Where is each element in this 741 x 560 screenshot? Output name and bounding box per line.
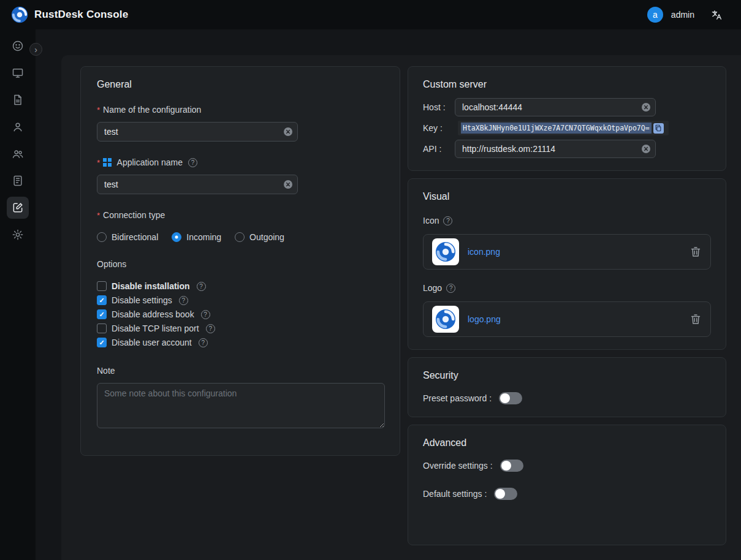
toggle-knob <box>501 461 511 471</box>
preset-password-row: Preset password : <box>423 392 711 404</box>
override-settings-row: Override settings : <box>423 460 711 472</box>
help-icon[interactable]: ? <box>206 324 215 333</box>
users-icon <box>12 148 24 160</box>
help-icon[interactable]: ? <box>199 338 208 347</box>
key-value[interactable]: HtaXBkJNHyn0e1U1jWXze7A7CN7QTGWqxkOtpaVp… <box>461 123 652 134</box>
checkbox-disable-settings[interactable]: ✓ Disable settings ? <box>97 295 384 305</box>
host-input-wrap <box>455 98 656 116</box>
default-settings-row: Default settings : <box>423 488 711 500</box>
note-label: Note <box>97 366 384 376</box>
options-label: Options <box>97 259 384 269</box>
application-name-label: * Application name ? <box>97 157 384 167</box>
trash-icon[interactable] <box>690 246 702 258</box>
override-settings-label: Override settings : <box>423 461 493 471</box>
sidebar <box>0 29 36 560</box>
clear-icon[interactable] <box>284 180 292 189</box>
config-name-input[interactable] <box>97 122 298 142</box>
sidebar-item-logs[interactable] <box>7 170 29 192</box>
content-panel: General * Name of the configuration * Ap… <box>61 55 741 560</box>
api-row: API : <box>423 140 711 158</box>
username[interactable]: admin <box>671 10 694 20</box>
document-icon <box>12 94 24 106</box>
checkbox-box[interactable]: ✓ <box>97 324 107 333</box>
security-title: Security <box>423 370 711 381</box>
checkbox-disable-address-book[interactable]: ✓ Disable address book ? <box>97 309 384 319</box>
logo-file-box: logo.png <box>423 301 711 337</box>
logbook-icon <box>12 175 24 187</box>
required-marker: * <box>97 158 100 167</box>
rustdesk-logo-icon <box>11 6 28 23</box>
api-input-wrap <box>455 140 656 158</box>
rustdesk-console-app: RustDesk Console a admin <box>0 0 741 560</box>
custom-server-card: Custom server Host : Key : HtaXBkJNHyn0e… <box>408 66 726 171</box>
radio-circle <box>172 232 181 242</box>
default-settings-toggle[interactable] <box>494 488 517 500</box>
radio-outgoing[interactable]: Outgoing <box>235 232 284 242</box>
connection-type-radio-group: Bidirectional Incoming Outgoing <box>97 232 384 242</box>
checkbox-disable-user-account[interactable]: ✓ Disable user account ? <box>97 338 384 347</box>
sidebar-item-users[interactable] <box>7 116 29 138</box>
radio-incoming[interactable]: Incoming <box>172 232 221 242</box>
help-icon[interactable]: ? <box>446 284 455 293</box>
checkbox-disable-installation[interactable]: ✓ Disable installation ? <box>97 281 384 291</box>
checkbox-box[interactable]: ✓ <box>97 281 107 291</box>
app-header: RustDesk Console a admin <box>0 0 741 29</box>
help-icon[interactable]: ? <box>201 310 210 319</box>
user-icon <box>12 121 24 133</box>
sidebar-item-custom-clients[interactable] <box>7 197 29 219</box>
preset-password-toggle[interactable] <box>499 392 522 404</box>
checkbox-box[interactable]: ✓ <box>97 338 107 347</box>
icon-file-box: icon.png <box>423 234 711 270</box>
preset-password-label: Preset password : <box>423 393 492 403</box>
default-settings-label: Default settings : <box>423 489 487 499</box>
clear-icon[interactable] <box>284 127 292 136</box>
toggle-knob <box>500 393 510 403</box>
gear-icon <box>12 229 24 241</box>
radio-bidirectional[interactable]: Bidirectional <box>97 232 158 242</box>
copy-icon[interactable] <box>653 123 664 134</box>
api-label: API : <box>423 144 455 154</box>
connection-type-label: * Connection type <box>97 210 384 220</box>
clear-icon[interactable] <box>642 103 650 112</box>
logo-file-link[interactable]: logo.png <box>468 314 501 324</box>
clear-icon[interactable] <box>642 145 650 153</box>
required-marker: * <box>97 105 100 115</box>
security-card: Security Preset password : <box>408 357 726 417</box>
key-field[interactable]: HtaXBkJNHyn0e1U1jWXze7A7CN7QTGWqxkOtpaVp… <box>458 121 669 135</box>
host-label: Host : <box>423 102 455 112</box>
application-name-input-wrap <box>97 175 298 194</box>
visual-title: Visual <box>423 191 711 202</box>
sidebar-item-settings[interactable] <box>7 224 29 246</box>
checkbox-disable-tcp-listen-port[interactable]: ✓ Disable TCP listen port ? <box>97 324 384 333</box>
checkbox-box[interactable]: ✓ <box>97 309 107 319</box>
radio-circle <box>97 232 107 242</box>
trash-icon[interactable] <box>690 313 702 325</box>
general-card: General * Name of the configuration * Ap… <box>80 66 400 456</box>
help-icon[interactable]: ? <box>197 282 206 291</box>
smiley-icon <box>12 40 24 52</box>
windows-logo-icon <box>103 158 112 167</box>
sidebar-item-status[interactable] <box>7 35 29 57</box>
config-name-label: * Name of the configuration <box>97 105 384 115</box>
header-right: a admin <box>647 7 730 23</box>
sidebar-item-audit[interactable] <box>7 89 29 111</box>
help-icon[interactable]: ? <box>179 296 188 305</box>
help-icon[interactable]: ? <box>443 216 452 225</box>
radio-circle <box>235 232 245 242</box>
host-input[interactable] <box>455 98 656 116</box>
config-name-input-wrap <box>97 122 298 142</box>
note-textarea[interactable] <box>97 383 385 428</box>
options-checkbox-list: ✓ Disable installation ? ✓ Disable setti… <box>97 281 384 347</box>
sidebar-expand-button[interactable]: › <box>29 43 42 56</box>
override-settings-toggle[interactable] <box>500 460 523 472</box>
avatar[interactable]: a <box>647 7 663 23</box>
icon-file-link[interactable]: icon.png <box>468 247 500 257</box>
sidebar-item-devices[interactable] <box>7 62 29 84</box>
application-name-input[interactable] <box>97 175 298 194</box>
sidebar-item-groups[interactable] <box>7 143 29 165</box>
checkbox-box[interactable]: ✓ <box>97 295 107 305</box>
translate-icon[interactable] <box>711 9 723 21</box>
api-input[interactable] <box>455 140 656 158</box>
icon-upload-label: Icon ? <box>423 216 711 225</box>
help-icon[interactable]: ? <box>188 158 197 167</box>
